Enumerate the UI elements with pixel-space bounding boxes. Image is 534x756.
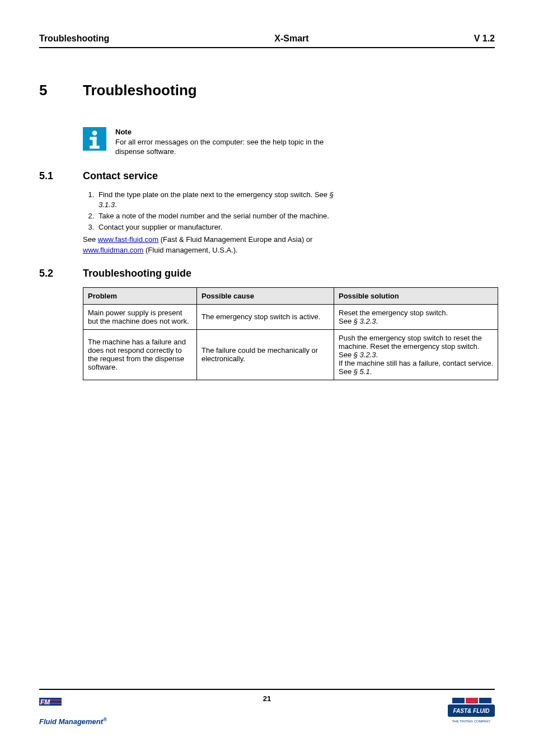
section-5-2-heading: 5.2 Troubleshooting guide bbox=[39, 268, 495, 279]
table-row: The machine has a failure and does not r… bbox=[83, 329, 498, 380]
troubleshooting-table: Problem Possible cause Possible solution… bbox=[83, 287, 498, 380]
svg-rect-4 bbox=[90, 146, 100, 148]
tail-text: See bbox=[83, 235, 98, 244]
section-number: 5.1 bbox=[39, 170, 83, 182]
cross-ref: § 5.1 bbox=[354, 367, 370, 376]
footer-rule bbox=[39, 689, 495, 690]
note-body: For all error messages on the computer: … bbox=[115, 138, 324, 156]
page-number: 21 bbox=[263, 694, 271, 703]
chapter-heading: 5 Troubleshooting bbox=[39, 82, 495, 99]
section-number: 5.2 bbox=[39, 268, 83, 279]
svg-rect-9 bbox=[452, 698, 465, 703]
chapter-title: Troubleshooting bbox=[83, 82, 197, 99]
cell-cause: The failure could be mechanically or ele… bbox=[197, 329, 334, 380]
step-text: Contact your supplier or manufacturer. bbox=[99, 223, 222, 231]
brand-text: FAST& FLUID bbox=[453, 708, 490, 714]
cell-cause: The emergency stop switch is active. bbox=[197, 304, 334, 329]
col-cause: Possible cause bbox=[197, 287, 334, 304]
header-center: X-Smart bbox=[274, 34, 308, 44]
section-5-1-body: Find the type plate on the plate next to… bbox=[83, 190, 352, 255]
col-solution: Possible solution bbox=[334, 287, 498, 304]
note-text: Note For all error messages on the compu… bbox=[115, 127, 339, 157]
header-rule bbox=[39, 47, 495, 48]
header-left: Troubleshooting bbox=[39, 34, 109, 44]
fm-logo-icon: FM bbox=[39, 698, 62, 712]
brand-text: Fluid Management bbox=[39, 717, 103, 726]
section-title: Contact service bbox=[83, 170, 158, 182]
svg-text:FM: FM bbox=[40, 698, 50, 706]
table-header-row: Problem Possible cause Possible solution bbox=[83, 287, 498, 304]
step-text: Find the type plate on the plate next to… bbox=[99, 190, 330, 199]
link-fluidman[interactable]: www.fluidman.com bbox=[83, 246, 143, 254]
tail-text: (Fluid management, U.S.A.). bbox=[143, 246, 237, 254]
cross-ref: § 3.2.3 bbox=[354, 351, 376, 359]
list-item: Take a note of the model number and the … bbox=[96, 211, 352, 221]
tail-text: (Fast & Fluid Management Europe and Asia… bbox=[158, 235, 312, 244]
svg-point-1 bbox=[92, 130, 97, 136]
logo-fluid-management: FM Fluid Management® bbox=[39, 698, 107, 726]
logo-fast-fluid: FAST& FLUID THE TINTING COMPANY bbox=[448, 698, 495, 728]
info-icon bbox=[83, 127, 106, 151]
fast-fluid-logo-icon: FAST& FLUID THE TINTING COMPANY bbox=[448, 698, 495, 726]
contact-steps-list: Find the type plate on the plate next to… bbox=[83, 190, 352, 233]
troubleshooting-table-wrap: Problem Possible cause Possible solution… bbox=[83, 287, 495, 380]
svg-rect-11 bbox=[479, 698, 491, 703]
cell-problem: Main power supply is present but the mac… bbox=[83, 304, 197, 329]
page-footer: 21 FM Fluid Management® FAST& FLUID THE … bbox=[39, 689, 495, 734]
sol-text: . bbox=[376, 317, 378, 325]
chapter-number: 5 bbox=[39, 82, 83, 99]
cross-ref: § 3.2.3 bbox=[354, 317, 376, 325]
header-right: V 1.2 bbox=[474, 34, 495, 44]
cell-solution: Reset the emergency stop switch. See § 3… bbox=[334, 304, 498, 329]
page-header: Troubleshooting X-Smart V 1.2 bbox=[39, 34, 495, 44]
cell-problem: The machine has a failure and does not r… bbox=[83, 329, 197, 380]
list-item: Find the type plate on the plate next to… bbox=[96, 190, 352, 210]
list-item: Contact your supplier or manufacturer. bbox=[96, 222, 352, 232]
section-title: Troubleshooting guide bbox=[83, 268, 191, 279]
contact-tail: See www.fast-fluid.com (Fast & Fluid Man… bbox=[83, 235, 352, 255]
note-label: Note bbox=[115, 127, 339, 137]
brand-sub: THE TINTING COMPANY bbox=[452, 720, 490, 723]
section-5-1-heading: 5.1 Contact service bbox=[39, 170, 495, 182]
cell-solution: Push the emergency stop switch to reset … bbox=[334, 329, 498, 380]
step-text: . bbox=[115, 200, 117, 209]
table-row: Main power supply is present but the mac… bbox=[83, 304, 498, 329]
note-block: Note For all error messages on the compu… bbox=[83, 127, 495, 157]
sol-text: . bbox=[370, 367, 372, 376]
link-fast-fluid[interactable]: www.fast-fluid.com bbox=[98, 235, 158, 244]
svg-rect-10 bbox=[466, 698, 478, 703]
col-problem: Problem bbox=[83, 287, 197, 304]
step-text: Take a note of the model number and the … bbox=[99, 212, 329, 220]
